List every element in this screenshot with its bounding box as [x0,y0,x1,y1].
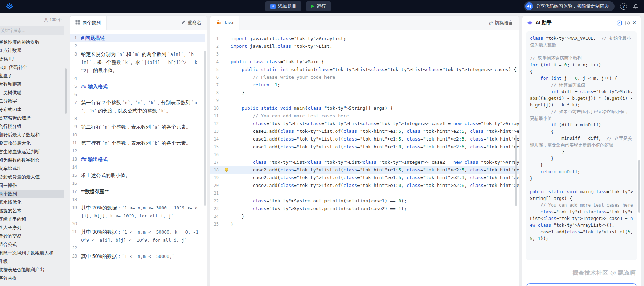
md-line[interactable]: 18 [70,196,205,204]
problem-scrollbar[interactable] [204,51,206,206]
code-line[interactable]: 25} [210,220,519,228]
problem-editor[interactable]: 1# 问题描述2 3给定长度分别为 `n` 和 `m` 的两个数列 `a[n]`… [70,30,207,286]
search-input[interactable] [1,28,61,33]
code-line[interactable]: 13 case1.add(class="tok-ty">List.of(clas… [210,128,519,135]
code-line[interactable]: 21 [210,189,519,197]
code-line[interactable]: 6 // Please write your code here [210,73,519,81]
sidebar-item[interactable]: 蛋糕工厂 [0,55,64,63]
lightbulb-icon[interactable] [224,166,231,174]
code-line[interactable]: 3 [210,50,519,58]
ai-code-block[interactable]: class="tok-ty">MAX_VALUE; // 初始化最小值为最大整数… [526,31,637,260]
sidebar-item[interactable]: 二叉树供暖 [0,89,64,97]
sidebar-item[interactable]: 两个数列 [0,190,64,198]
code-line[interactable]: 9 [210,97,519,104]
md-line[interactable]: 8 [70,115,205,123]
ai-chat-input[interactable] [526,283,637,286]
code-line[interactable]: 14 case1.add(class="tok-ty">List.of(clas… [210,135,519,143]
code-line[interactable]: 8 } [210,89,519,97]
run-button[interactable]: 运行 [306,1,331,11]
code-line[interactable]: 16 [210,151,519,158]
md-line[interactable]: 19其中 20%的数据：`1 <= n,m <= 3000，-10^9 <= a… [70,204,205,220]
close-icon[interactable]: × [633,20,636,26]
sidebar-item[interactable]: 和为偶数的数字组合 [0,156,64,164]
md-line[interactable]: 20 [70,220,205,228]
history-icon[interactable] [625,20,630,26]
md-line[interactable]: 10 [70,131,205,139]
sidebar-item[interactable]: 同一操作 [0,181,64,190]
sidebar-item[interactable]: 货船载货量的最大值 [0,173,64,181]
sidebar-item[interactable]: 古生物血缘远近判断 [0,148,64,156]
feedback-icon[interactable] [617,20,622,26]
search-box[interactable] [0,26,64,35]
sidebar-item[interactable]: 数据表是否能顺利产出 [0,266,64,274]
add-problem-button[interactable]: + 添加题目 [265,1,301,11]
problem-tab[interactable]: 两个数列 [70,16,107,30]
code-line[interactable]: 17 class="tok-ty">List<class="tok-ty">Li… [210,158,519,166]
code-line[interactable]: 10 public static void main(class="tok-ty… [210,104,519,112]
code-scrollbar[interactable] [515,135,517,206]
sidebar-item[interactable]: 分布式团建 [0,105,64,114]
rename-button[interactable]: 重命名 [181,20,207,26]
ai-scrollbar[interactable] [638,160,640,213]
sidebar-item[interactable]: 奇妙的交易 [0,232,64,240]
md-line[interactable]: 6 [70,91,205,99]
md-line[interactable]: 3给定长度分别为 `n` 和 `m` 的两个数列 `a[n]`、`b[m]`，和… [70,50,205,74]
code-line[interactable]: 12 class="tok-ty">List<class="tok-ty">Li… [210,120,519,128]
sidebar-scrollbar[interactable] [65,68,67,114]
md-line[interactable]: 12 [70,147,205,155]
md-line[interactable]: 23其中 50%的数据：`1 <= n,m <= 50000,` [70,252,205,260]
sidebar-item[interactable]: 大数和距离 [0,80,64,89]
code-line[interactable]: 2import java.util.class="tok-ty">List; [210,43,519,50]
md-line[interactable]: 5## 输入格式 [70,83,205,91]
md-line[interactable]: 14 [70,163,205,171]
code-line[interactable]: 4public class class="tok-ty">Main { [210,58,519,66]
sidebar-item[interactable]: 翻转后最大子数组和 [0,131,64,139]
md-line[interactable]: 13## 输出格式 [70,155,205,163]
md-line[interactable]: 17**数据范围** [70,188,205,196]
code-line[interactable]: 1import java.util.class="tok-ty">ArrayLi… [210,35,519,43]
switch-language-button[interactable]: ⇄ 切换语言 [489,20,519,26]
md-line[interactable]: 4 [70,74,205,83]
md-line[interactable]: 11第三行有 `m` 个整数，表示数列 `b` 的各个元素。 [70,139,205,147]
code-line[interactable]: 19 case2.add(class="tok-ty">List.of(clas… [210,174,519,182]
sidebar-item[interactable]: 飞行棋分组 [0,122,64,131]
promo-banner[interactable]: 分享代码练习体验，领限量定制周边 [524,1,615,11]
md-line[interactable]: 21其中 30%的数据：`1 <= n,m <= 50000, k = 0, -… [70,228,205,244]
help-icon[interactable]: ? [620,3,627,10]
md-line[interactable]: 1# 问题描述 [70,34,205,42]
md-line[interactable]: 22 [70,244,205,252]
sidebar-item[interactable]: 穿越沙漠的补给次数 [0,38,64,46]
code-line[interactable]: 18 case2.add(class="tok-ty">List.of(clas… [210,166,519,174]
sidebar-item[interactable]: 连续子串的和 [0,215,64,223]
code-line[interactable]: 24 } [210,213,519,220]
code-line[interactable]: 15 case1.add(class="tok-ty">List.of(clas… [210,143,519,151]
language-tab[interactable]: Java [210,16,239,30]
sidebar-item[interactable]: 流水线优化 [0,198,64,207]
code-line[interactable]: 11 // You can add more test cases here [210,112,519,120]
md-line[interactable]: 9第二行有 `n` 个整数，表示数列 `a` 的各个元素。 [70,123,205,131]
notification-icon[interactable] [633,4,638,9]
sidebar-item[interactable]: SQL 代码补全 [0,63,64,72]
sidebar-item[interactable]: 股票收益最大化 [0,139,64,148]
sidebar-item[interactable]: 删除一次得到子数组最大和 [0,249,64,257]
sidebar-item[interactable]: 番茄编辑的选择 [0,114,64,122]
md-line[interactable]: 16 [70,180,205,188]
code-editor[interactable]: 1import java.util.class="tok-ty">ArrayLi… [210,30,519,286]
code-line[interactable]: 22 class="tok-ty">System.out.println(sol… [210,197,519,205]
code-line[interactable]: 20 case2.add(class="tok-ty">List.of(clas… [210,182,519,189]
md-line[interactable]: 2 [70,42,205,50]
md-line[interactable]: 15求上述公式的最小值。 [70,171,205,180]
sidebar-item[interactable]: 螺旋的艺术 [0,207,64,215]
code-line[interactable]: 7 return -1; [210,81,519,89]
code-line[interactable]: 5 public static int solution(class="tok-… [210,66,519,73]
sidebar-item[interactable]: 组合公式 [0,240,64,249]
code-line[interactable]: 23 class="tok-ty">System.out.println(sol… [210,205,519,213]
juejin-logo[interactable] [6,3,13,10]
sidebar-item[interactable]: 升级 [0,257,64,266]
sidebar-item[interactable]: 火车站选址 [0,164,64,173]
md-line[interactable]: 7第一行有 2 个整数 `n`、`m`、`k`，分别表示数列 `a`、`b` 的… [70,99,205,115]
sidebar-item[interactable]: 红点计数器 [0,46,64,55]
sidebar-item[interactable]: 盘盘子 [0,72,64,80]
sidebar-item[interactable]: 字符替换 [0,274,64,282]
sidebar-item[interactable]: 二分数字 [0,97,64,105]
